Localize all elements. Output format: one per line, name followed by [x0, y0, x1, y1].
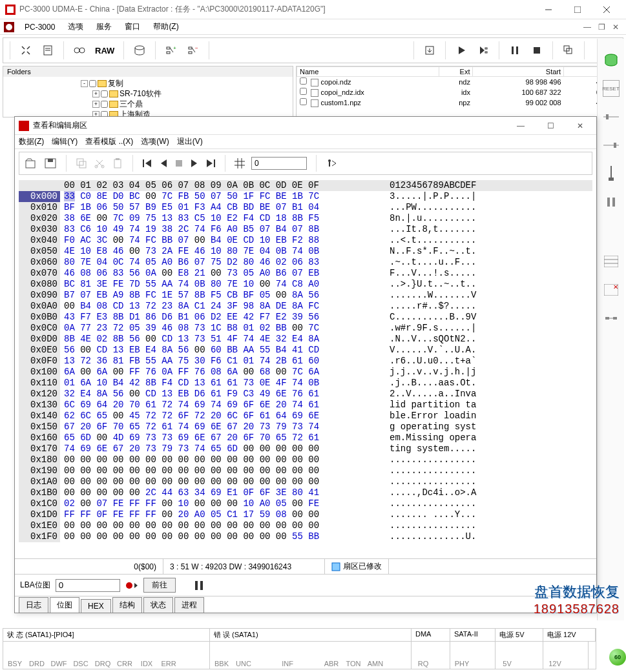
copies-icon[interactable] — [559, 41, 578, 59]
go-button[interactable]: 前往 — [143, 578, 176, 593]
first-icon[interactable] — [142, 159, 152, 168]
hex-row[interactable]: 0x0F013 72 36 81 FB 55 AA 75 30 F6 C1 01… — [19, 356, 592, 367]
hex-minimize-button[interactable]: — — [508, 119, 533, 133]
hex-maximize-button[interactable]: ☐ — [538, 119, 563, 133]
copy-icon[interactable] — [76, 158, 87, 169]
hex-row[interactable]: 0x11001 6A 10 B4 42 8B F4 CD 13 61 61 73… — [19, 378, 592, 389]
hex-menu-data[interactable]: 数据(Z) — [19, 136, 44, 147]
hex-row[interactable]: 0x0D08B 4E 02 8B 56 00 CD 13 73 51 4F 74… — [19, 334, 592, 345]
last-icon[interactable] — [205, 159, 216, 168]
prev-icon[interactable] — [159, 159, 168, 168]
hex-menu-exit[interactable]: 退出(V) — [177, 136, 203, 147]
pause-icon[interactable] — [506, 41, 524, 59]
pause3-icon[interactable] — [194, 580, 204, 591]
stop2-icon[interactable] — [174, 159, 183, 168]
slider1-icon[interactable] — [603, 108, 620, 125]
lba-input[interactable] — [56, 579, 120, 592]
hex-row[interactable]: 0x1D0FF FF 0F FE FF FF 00 20 A0 05 C1 17… — [19, 509, 592, 520]
chain-remove-icon[interactable]: − — [184, 41, 202, 59]
hex-menu-template[interactable]: 查看模版 ..(X) — [85, 136, 133, 147]
record-icon[interactable] — [125, 581, 138, 590]
col-start[interactable]: Start — [473, 67, 564, 77]
hex-row[interactable]: 0x1B000 00 00 00 00 2C 44 63 34 69 E1 0F… — [19, 487, 592, 498]
pause2-icon[interactable] — [603, 194, 620, 210]
hex-row[interactable]: 0x1E000 00 00 00 00 00 00 00 00 00 00 00… — [19, 520, 592, 531]
hex-row[interactable]: 0x17074 69 6E 67 20 73 79 73 74 65 6D 00… — [19, 443, 592, 454]
hex-close-button[interactable]: ✕ — [568, 119, 592, 133]
chain-add-icon[interactable]: + — [162, 41, 180, 59]
col-name[interactable]: Name — [297, 67, 439, 77]
play-chain-icon[interactable] — [474, 41, 492, 59]
tree-node[interactable]: - 复制 — [81, 78, 293, 88]
menu-options[interactable]: 选项 — [63, 20, 89, 34]
hex-row[interactable]: 0x1F000 00 00 00 00 00 00 00 00 00 00 00… — [19, 531, 592, 542]
hex-row[interactable]: 0x0C00A 77 23 72 05 39 46 08 73 1C B8 01… — [19, 323, 592, 334]
import-icon[interactable] — [421, 41, 439, 59]
hex-row[interactable]: 0x00033 C0 8E D0 BC 00 7C FB 50 07 50 1F… — [19, 191, 592, 202]
goto-input[interactable] — [251, 157, 307, 170]
hex-row[interactable]: 0x1306C 69 64 20 70 61 72 74 69 74 69 6F… — [19, 400, 592, 411]
hex-row[interactable]: 0x0B043 F7 E3 8B D1 86 D6 B1 06 D2 EE 42… — [19, 312, 592, 323]
tab-进程[interactable]: 进程 — [174, 597, 204, 613]
hex-row[interactable]: 0x090B7 07 EB A9 8B FC 1E 57 8B F5 CB BF… — [19, 290, 592, 301]
menu-help[interactable]: 帮助(Z) — [148, 20, 183, 34]
binocular-icon[interactable] — [70, 41, 89, 59]
hex-row[interactable]: 0x0504E 10 E8 46 00 73 2A FE 46 10 80 7E… — [19, 246, 592, 257]
hex-row[interactable]: 0x0E056 00 CD 13 EB E4 8A 56 00 60 BB AA… — [19, 345, 592, 356]
hex-row[interactable]: 0x19000 00 00 00 00 00 00 00 00 00 00 00… — [19, 465, 592, 476]
hex-row[interactable]: 0x07046 08 06 83 56 0A 00 E8 21 00 73 05… — [19, 268, 592, 279]
mdi-restore-button[interactable]: ❐ — [595, 21, 608, 33]
tool3-icon[interactable] — [603, 310, 620, 327]
slider2-icon[interactable] — [603, 137, 620, 154]
probe-icon[interactable] — [603, 165, 620, 182]
hex-menu-options[interactable]: 选项(W) — [141, 136, 169, 147]
hex-menu-edit[interactable]: 编辑(Y) — [52, 136, 78, 147]
raw-button[interactable]: RAW — [92, 41, 117, 59]
mdi-close-button[interactable]: ✕ — [609, 21, 622, 33]
mdi-minimize-button[interactable]: — — [581, 21, 594, 33]
menu-app[interactable]: PC-3000 — [19, 21, 60, 33]
hex-row[interactable]: 0x16065 6D 00 4D 69 73 73 69 6E 67 20 6F… — [19, 433, 592, 443]
hex-row[interactable]: 0x080BC 81 3E FE 7D 55 AA 74 0B 80 7E 10… — [19, 279, 592, 290]
maximize-button[interactable] — [563, 0, 592, 19]
tab-位图[interactable]: 位图 — [50, 597, 79, 613]
tab-HEX[interactable]: HEX — [81, 599, 111, 613]
map-x-icon[interactable]: ✕ — [603, 281, 620, 298]
next-icon[interactable] — [190, 159, 199, 168]
save-icon[interactable] — [44, 158, 57, 169]
minimize-button[interactable] — [534, 0, 563, 19]
hex-row[interactable]: 0x010BF 1B 06 50 57 B9 E5 01 F3 A4 CB BD… — [19, 202, 592, 213]
play-icon[interactable] — [452, 41, 470, 59]
col-ext[interactable]: Ext — [439, 67, 473, 77]
map-icon[interactable] — [603, 253, 620, 270]
disk-green-icon[interactable] — [603, 52, 620, 68]
close-button[interactable] — [592, 0, 621, 19]
hex-row[interactable]: 0x1A000 00 00 00 00 00 00 00 00 00 00 00… — [19, 476, 592, 487]
hex-row[interactable]: 0x1006A 00 6A 00 FF 76 0A FF 76 08 6A 00… — [19, 367, 592, 378]
reset-icon[interactable]: RESET — [603, 80, 620, 97]
file-row[interactable]: custom1.npznpz99 002 0084 617 8 — [297, 97, 623, 108]
hex-row[interactable]: 0x03083 C6 10 49 74 19 38 2C 74 F6 A0 B5… — [19, 224, 592, 235]
tools-icon[interactable] — [17, 41, 35, 59]
hex-row[interactable]: 0x02038 6E 00 7C 09 75 13 83 C5 10 E2 F4… — [19, 213, 592, 224]
hex-row[interactable]: 0x18000 00 00 00 00 00 00 00 00 00 00 00… — [19, 454, 592, 465]
tree-node[interactable]: + SR-710软件 — [81, 88, 293, 99]
tab-日志[interactable]: 日志 — [19, 597, 48, 613]
file-row[interactable]: copoi.ndzndz98 998 4964 614 3 — [297, 77, 623, 88]
cut-icon[interactable] — [94, 158, 105, 169]
tab-状态[interactable]: 状态 — [143, 597, 173, 613]
open-icon[interactable] — [25, 158, 37, 169]
file-row[interactable]: copoi_ndz.idxidx100 687 3226 303 1 — [297, 87, 623, 97]
tree-node[interactable]: + 三个鼎 — [81, 99, 293, 109]
menu-window[interactable]: 窗口 — [120, 20, 145, 34]
hex-row[interactable]: 0x06080 7E 04 0C 74 05 A0 B6 07 75 D2 80… — [19, 257, 592, 268]
report-icon[interactable] — [39, 41, 57, 59]
hex-row[interactable]: 0x0A000 B4 08 CD 13 72 23 8A C1 24 3F 98… — [19, 301, 592, 312]
menu-service[interactable]: 服务 — [91, 20, 117, 34]
stop-icon[interactable] — [528, 41, 546, 59]
hex-row[interactable]: 0x12032 E4 8A 56 00 CD 13 EB D6 61 F9 C3… — [19, 389, 592, 400]
hex-row[interactable]: 0x040F0 AC 3C 00 74 FC BB 07 00 B4 0E CD… — [19, 235, 592, 246]
hex-body[interactable]: 00 01 02 03 04 05 06 07 08 09 0A 0B 0C 0… — [15, 178, 596, 558]
hex-row[interactable]: 0x14062 6C 65 00 45 72 72 6F 72 20 6C 6F… — [19, 411, 592, 422]
hex-row[interactable]: 0x15067 20 6F 70 65 72 61 74 69 6E 67 20… — [19, 422, 592, 433]
